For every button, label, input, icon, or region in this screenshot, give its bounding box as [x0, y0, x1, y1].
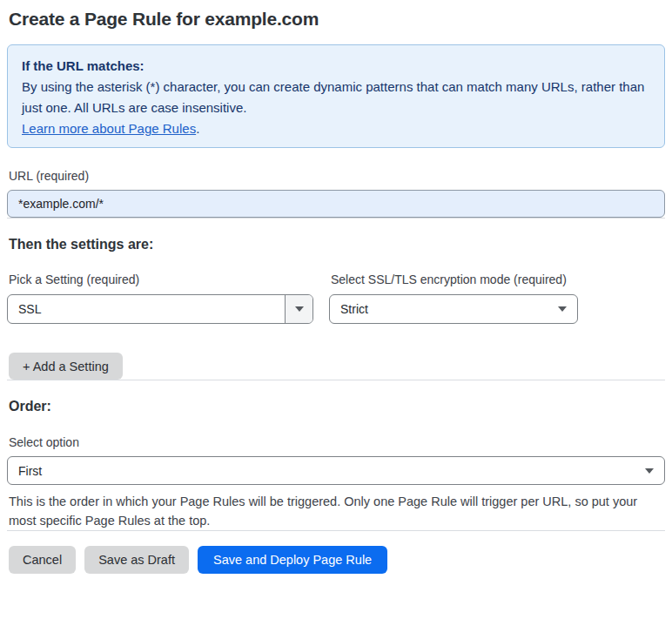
url-match-info-box: If the URL matches: By using the asteris…: [7, 44, 665, 148]
setting-picker-select[interactable]: SSL: [7, 294, 313, 324]
info-box-link-row: Learn more about Page Rules.: [22, 118, 650, 139]
divider: [7, 380, 665, 380]
page-title: Create a Page Rule for example.com: [7, 9, 665, 30]
info-box-heading: If the URL matches:: [22, 56, 650, 77]
setting-picker-column: Pick a Setting (required) SSL: [7, 272, 313, 324]
ssl-mode-column: Select SSL/TLS encryption mode (required…: [329, 272, 578, 324]
save-and-deploy-button[interactable]: Save and Deploy Page Rule: [198, 546, 387, 574]
settings-section-heading: Then the settings are:: [7, 237, 665, 252]
url-field-label: URL (required): [7, 169, 665, 183]
divider: [7, 218, 665, 219]
link-suffix: .: [196, 121, 199, 136]
cancel-button[interactable]: Cancel: [9, 546, 76, 574]
ssl-mode-select[interactable]: Strict: [329, 294, 578, 324]
ssl-mode-label: Select SSL/TLS encryption mode (required…: [329, 272, 578, 286]
chevron-down-icon: [558, 306, 567, 312]
setting-picker-label: Pick a Setting (required): [7, 272, 313, 286]
url-input[interactable]: [7, 190, 665, 218]
info-box-body: By using the asterisk (*) character, you…: [22, 77, 650, 118]
ssl-mode-value: Strict: [330, 302, 558, 316]
order-select-label: Select option: [7, 435, 665, 449]
order-section-heading: Order:: [7, 399, 665, 414]
chevron-down-icon: [295, 306, 304, 312]
add-setting-button[interactable]: + Add a Setting: [9, 353, 123, 380]
create-page-rule-form: Create a Page Rule for example.com If th…: [0, 0, 672, 574]
setting-picker-value: SSL: [8, 302, 285, 316]
chevron-down-icon: [645, 468, 654, 474]
footer-actions: Cancel Save as Draft Save and Deploy Pag…: [7, 546, 665, 574]
order-select[interactable]: First: [7, 456, 665, 485]
order-help-text: This is the order in which your Page Rul…: [7, 492, 665, 530]
learn-more-link[interactable]: Learn more about Page Rules: [22, 121, 196, 136]
divider: [7, 530, 665, 531]
order-select-value: First: [8, 464, 645, 478]
settings-row: Pick a Setting (required) SSL Select SSL…: [7, 272, 665, 324]
setting-picker-arrow-button[interactable]: [285, 295, 312, 323]
save-as-draft-button[interactable]: Save as Draft: [84, 546, 189, 574]
